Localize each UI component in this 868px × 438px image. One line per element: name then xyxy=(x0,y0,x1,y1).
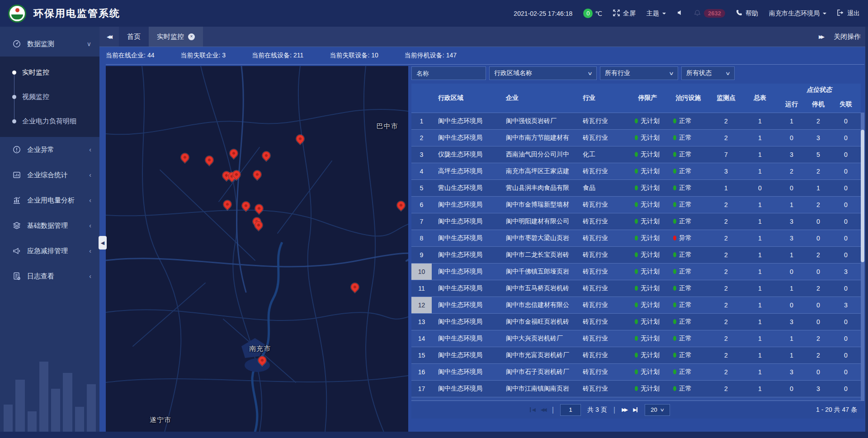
table-row[interactable]: 11阆中生态环境局阆中市五马桥页岩机砖砖瓦行业无计划正常21120 xyxy=(411,280,861,297)
total-pages-label: 共 3 页 xyxy=(587,406,607,414)
page-scrollbar-track[interactable] xyxy=(865,27,868,438)
org-dropdown[interactable]: 南充市生态环境局 xyxy=(769,9,826,18)
table-row[interactable]: 16阆中生态环境局阆中市石子页岩机砖厂砖瓦行业无计划正常21300 xyxy=(411,364,861,381)
cell-industry: 砖瓦行业 xyxy=(576,197,628,213)
cell-points: 2 xyxy=(710,213,742,230)
theme-dropdown[interactable]: 主题 xyxy=(646,9,666,18)
status-dot-icon xyxy=(635,319,638,324)
sidebar-item[interactable]: 日志查看‹ xyxy=(0,264,99,289)
cell-points: 2 xyxy=(710,113,742,130)
table-row[interactable]: 2阆中生态环境局阆中市南方节能建材有砖瓦行业无计划正常21030 xyxy=(411,130,861,146)
cell-lost: 0 xyxy=(831,314,861,330)
table-row[interactable]: 9阆中生态环境局阆中市二龙长宝页岩砖砖瓦行业无计划正常21120 xyxy=(411,247,861,264)
sidebar-item[interactable]: 应急减排管理‹ xyxy=(0,238,99,264)
scrollbar-thumb[interactable] xyxy=(861,130,864,262)
table-row[interactable]: 6阆中生态环境局阆中市金博瑞新型墙材砖瓦行业无计划正常21120 xyxy=(411,197,861,213)
sidebar-item[interactable]: 数据监测∨ xyxy=(0,31,99,57)
table-row[interactable]: 1阆中生态环境局阆中强锐页岩砖厂砖瓦行业无计划正常21120 xyxy=(411,113,861,130)
notifications-button[interactable]: 2632 xyxy=(694,9,725,18)
stat-value: 3 xyxy=(222,52,226,59)
cell-industry: 砖瓦行业 xyxy=(576,314,628,330)
table-row[interactable]: 7阆中生态环境局阆中明阳建材有限公司砖瓦行业无计划正常21300 xyxy=(411,213,861,230)
industry-filter-select[interactable]: 所有行业∨ xyxy=(600,66,678,80)
cell-company: 南部县砖化水泥有限公 xyxy=(500,397,576,401)
status-dot-icon xyxy=(673,386,676,391)
status-dot-icon xyxy=(673,353,676,358)
cell-production: 无计划 xyxy=(628,364,667,381)
cell-industry: 食品 xyxy=(576,180,628,197)
next-page-button[interactable]: ▶▶ xyxy=(622,407,627,413)
stat-item: 当前在线企业:44 xyxy=(106,52,154,60)
fullscreen-button[interactable]: 全屏 xyxy=(613,9,636,18)
table-row[interactable]: 5营山生态环境局营山县润丰肉食品有限食品无计划正常10010 xyxy=(411,180,861,197)
table-row[interactable]: 12阆中生态环境局阆中市忠信建材有限公砖瓦行业无计划正常21003 xyxy=(411,297,861,314)
cell-company: 阆中强锐页岩砖厂 xyxy=(500,113,576,130)
sidebar-collapse-handle[interactable]: ◀ xyxy=(99,236,107,250)
table-row[interactable]: 18南部生态环境局南部县砖化水泥有限公建材加工无计划正常60060 xyxy=(411,397,861,401)
cell-industry: 建材加工 xyxy=(576,397,628,401)
tab-active[interactable]: 实时监控× xyxy=(149,27,203,47)
status-dot-icon xyxy=(673,252,676,257)
col-points: 监测点 xyxy=(710,84,742,113)
brand: 环保用电监管系统 xyxy=(8,5,120,23)
page-size-select[interactable]: 20∨ xyxy=(645,404,670,416)
table-row[interactable]: 4高坪生态环境局南充市高坪区王家店建砖瓦行业无计划正常31220 xyxy=(411,163,861,180)
cell-stop: 6 xyxy=(806,397,831,401)
col-industry: 行业 xyxy=(576,84,628,113)
close-operations-button[interactable]: 关闭操作 xyxy=(834,33,861,41)
first-page-button[interactable]: ◀ xyxy=(529,407,534,413)
table-row[interactable]: 3仪陇生态环境局西南油气田分公司川中化工无计划正常71350 xyxy=(411,146,861,163)
last-page-button[interactable]: ▶ xyxy=(633,407,638,413)
table-scrollbar[interactable] xyxy=(861,113,864,400)
region-filter-select[interactable]: 行政区域名称∨ xyxy=(489,66,597,80)
sound-button[interactable] xyxy=(677,9,683,17)
page-number-input[interactable] xyxy=(560,404,581,416)
table-row[interactable]: 17阆中生态环境局阆中市江南镇阆南页岩砖瓦行业无计划正常21030 xyxy=(411,381,861,397)
table-row[interactable]: 8阆中生态环境局阆中市枣碧大梁山页岩砖瓦行业无计划异常21300 xyxy=(411,230,861,247)
sidebar-item[interactable]: 企业综合统计‹ xyxy=(0,162,99,188)
cell-lost: 0 xyxy=(831,364,861,381)
cell-company: 阆中市江南镇阆南页岩 xyxy=(500,381,576,397)
prev-page-button[interactable]: ◀◀ xyxy=(541,407,546,413)
map-panel[interactable]: 巴中市南充市遂宁市 xyxy=(106,66,408,432)
tab-scroll-left-button[interactable]: ◀◀ xyxy=(107,34,113,40)
cell-lost: 0 xyxy=(831,146,861,163)
cell-meter: 1 xyxy=(742,297,778,314)
table-row[interactable]: 10阆中生态环境局阆中千佛镇五郎垭页岩砖瓦行业无计划正常21003 xyxy=(411,264,861,280)
page-title: 环保用电监管系统 xyxy=(33,7,120,20)
footer-strip xyxy=(0,432,868,438)
cell-industry: 砖瓦行业 xyxy=(576,280,628,297)
speaker-icon xyxy=(677,9,683,17)
tab-item[interactable]: 首页 xyxy=(119,27,149,47)
tab-close-icon[interactable]: × xyxy=(188,33,195,40)
row-index: 2 xyxy=(411,130,432,146)
cell-facility: 正常 xyxy=(667,297,710,314)
tab-bar-right: ▶▶ 关闭操作 xyxy=(819,33,861,41)
cell-lost: 0 xyxy=(831,163,861,180)
sidebar-item-label: 应急减排管理 xyxy=(27,247,84,255)
row-index: 6 xyxy=(411,197,432,213)
sidebar-subitem[interactable]: 企业电力负荷明细 xyxy=(0,109,99,133)
cell-region: 阆中生态环境局 xyxy=(432,213,500,230)
sidebar-item[interactable]: 企业异常‹ xyxy=(0,137,99,162)
table-row[interactable]: 13阆中生态环境局阆中市金福旺页岩机砖砖瓦行业无计划正常21300 xyxy=(411,314,861,330)
cell-production: 无计划 xyxy=(628,213,667,230)
cell-meter: 1 xyxy=(742,247,778,264)
cell-meter: 1 xyxy=(742,213,778,230)
status-filter-select[interactable]: 所有状态∨ xyxy=(681,66,735,80)
sidebar-subitem-label: 企业电力负荷明细 xyxy=(22,117,76,126)
help-button[interactable]: 帮助 xyxy=(736,9,758,18)
table-row[interactable]: 15阆中生态环境局阆中市光富页岩机砖厂砖瓦行业无计划正常21120 xyxy=(411,347,861,364)
sidebar-item[interactable]: 基础数据管理‹ xyxy=(0,213,99,238)
cell-lost: 3 xyxy=(831,264,861,280)
chevron-left-icon: ‹ xyxy=(89,146,91,153)
logout-button[interactable]: 退出 xyxy=(837,9,860,18)
sidebar-item[interactable]: 企业用电量分析‹ xyxy=(0,188,99,213)
sidebar-subitem[interactable]: 视频监控 xyxy=(0,85,99,109)
name-filter-input[interactable] xyxy=(411,66,486,80)
tab-scroll-right-button[interactable]: ▶▶ xyxy=(819,34,825,40)
top-header: 环保用电监管系统 2021-02-25 17:46:18 0 ℃ 全屏 主题 2… xyxy=(0,0,868,27)
sidebar-subitem[interactable]: 实时监控 xyxy=(0,60,99,85)
cell-industry: 砖瓦行业 xyxy=(576,297,628,314)
table-row[interactable]: 14阆中生态环境局阆中大兴页岩机砖厂砖瓦行业无计划正常21120 xyxy=(411,330,861,347)
